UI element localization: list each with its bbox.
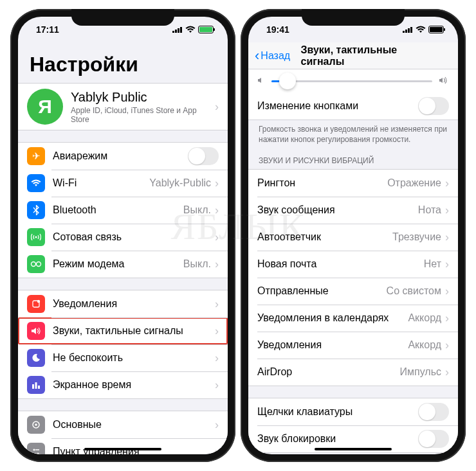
row-new-mail[interactable]: Новая почтаНет› bbox=[248, 251, 458, 278]
row-label: Bluetooth bbox=[53, 204, 183, 216]
row-airplane[interactable]: ✈ Авиарежим bbox=[18, 143, 228, 170]
row-airdrop[interactable]: AirDropИмпульс› bbox=[248, 359, 458, 386]
chevron-icon: › bbox=[445, 339, 449, 352]
phone-right: 19:41 ‹ Назад Звуки, тактильные сигналы bbox=[241, 9, 466, 462]
row-label: Уведомления bbox=[257, 339, 408, 351]
row-calendar[interactable]: Уведомления в календаряхАккорд› bbox=[248, 305, 458, 332]
keyboard-clicks-toggle[interactable] bbox=[418, 403, 449, 421]
change-with-buttons-toggle[interactable] bbox=[418, 97, 449, 115]
volume-low-icon bbox=[257, 76, 265, 86]
lock-sound-toggle[interactable] bbox=[418, 430, 449, 448]
row-hotspot[interactable]: Режим модема Выкл. › bbox=[18, 251, 228, 278]
back-button[interactable]: ‹ Назад bbox=[255, 49, 290, 63]
svg-rect-3 bbox=[180, 27, 182, 33]
row-notifications[interactable]: Уведомления › bbox=[18, 290, 228, 317]
row-label: Новая почта bbox=[257, 258, 424, 270]
svg-rect-0 bbox=[172, 31, 174, 33]
row-value: Выкл. bbox=[183, 204, 211, 216]
row-label: Авиарежим bbox=[53, 150, 188, 162]
row-text-tone[interactable]: Звук сообщенияНота› bbox=[248, 197, 458, 224]
chevron-icon: › bbox=[445, 312, 449, 325]
home-indicator[interactable] bbox=[315, 448, 392, 450]
row-screentime[interactable]: Экранное время › bbox=[18, 371, 228, 398]
section-footer: Громкость звонка и уведомлений не изменя… bbox=[248, 120, 458, 145]
airplane-toggle[interactable] bbox=[188, 147, 219, 165]
row-wifi[interactable]: Wi-Fi Yablyk-Public › bbox=[18, 170, 228, 197]
wifi-settings-icon bbox=[27, 174, 45, 192]
cellular-icon bbox=[27, 228, 45, 246]
status-time: 19:41 bbox=[266, 24, 289, 35]
chevron-icon: › bbox=[215, 378, 219, 392]
chevron-icon: › bbox=[215, 258, 219, 271]
chevron-left-icon: ‹ bbox=[255, 49, 259, 63]
row-bluetooth[interactable]: Bluetooth Выкл. › bbox=[18, 197, 228, 224]
signal-icon bbox=[403, 26, 413, 33]
chevron-icon: › bbox=[215, 298, 219, 311]
chevron-icon: › bbox=[445, 285, 449, 298]
row-label: Звуки, тактильные сигналы bbox=[53, 325, 215, 337]
row-value: Нота bbox=[418, 204, 441, 216]
row-value: Аккорд bbox=[408, 312, 441, 324]
screentime-icon bbox=[27, 376, 45, 394]
back-label: Назад bbox=[261, 50, 290, 62]
svg-point-13 bbox=[35, 423, 37, 426]
nav-title: Звуки, тактильные сигналы bbox=[301, 44, 406, 67]
row-value: Нет bbox=[424, 258, 441, 270]
row-label: Режим модема bbox=[53, 258, 183, 270]
profile-name: Yablyk Public bbox=[71, 90, 215, 105]
row-label: Не беспокоить bbox=[53, 352, 215, 364]
row-dnd[interactable]: Не беспокоить › bbox=[18, 344, 228, 371]
apple-id-row[interactable]: Я Yablyk Public Apple ID, iCloud, iTunes… bbox=[18, 84, 228, 130]
svg-rect-23 bbox=[410, 27, 412, 33]
volume-slider[interactable] bbox=[271, 80, 432, 82]
chevron-icon: › bbox=[215, 177, 219, 190]
avatar: Я bbox=[27, 89, 63, 125]
row-control-center[interactable]: Пункт управления › bbox=[18, 438, 228, 454]
row-label: AirDrop bbox=[257, 366, 400, 378]
svg-point-6 bbox=[37, 262, 41, 267]
svg-rect-11 bbox=[38, 386, 40, 389]
bluetooth-icon bbox=[27, 201, 45, 219]
row-label: Основные bbox=[53, 419, 215, 431]
chevron-icon: › bbox=[215, 231, 219, 244]
row-value: Трезвучие bbox=[392, 231, 441, 243]
svg-rect-10 bbox=[35, 382, 37, 389]
svg-point-8 bbox=[37, 300, 40, 303]
chevron-icon: › bbox=[445, 177, 449, 190]
row-label: Звук блокировки bbox=[257, 433, 418, 445]
row-label: Звук сообщения bbox=[257, 204, 418, 216]
row-voicemail[interactable]: АвтоответчикТрезвучие› bbox=[248, 224, 458, 251]
row-keyboard-clicks[interactable]: Щелчки клавиатуры bbox=[248, 398, 458, 425]
svg-point-4 bbox=[35, 236, 37, 238]
battery-icon bbox=[198, 26, 214, 33]
row-reminders[interactable]: УведомленияАккорд› bbox=[248, 332, 458, 359]
row-label: Уведомления bbox=[53, 298, 215, 310]
chevron-icon: › bbox=[445, 366, 449, 379]
row-label: Сотовая связь bbox=[53, 231, 215, 243]
svg-rect-2 bbox=[178, 28, 179, 33]
svg-rect-20 bbox=[403, 31, 405, 33]
phone-left: 17:11 Настройки Я Yablyk Public Apple ID… bbox=[10, 9, 235, 462]
battery-icon bbox=[428, 26, 444, 33]
volume-slider-row bbox=[248, 69, 458, 93]
signal-icon bbox=[172, 26, 183, 33]
row-sounds-haptics[interactable]: Звуки, тактильные сигналы › bbox=[18, 317, 228, 344]
svg-rect-22 bbox=[408, 28, 410, 33]
row-sent-mail[interactable]: ОтправленныеСо свистом› bbox=[248, 278, 458, 305]
row-value: Со свистом bbox=[387, 285, 441, 297]
row-label: Автоответчик bbox=[257, 231, 392, 243]
row-general[interactable]: Основные › bbox=[18, 411, 228, 438]
chevron-icon: › bbox=[215, 204, 219, 217]
row-ringtone[interactable]: РингтонОтражение› bbox=[248, 170, 458, 197]
notifications-icon bbox=[27, 295, 45, 313]
row-change-with-buttons[interactable]: Изменение кнопками bbox=[248, 93, 458, 120]
airplane-icon: ✈ bbox=[27, 147, 45, 165]
svg-rect-9 bbox=[32, 384, 34, 389]
home-indicator[interactable] bbox=[84, 448, 161, 450]
dnd-icon bbox=[27, 349, 45, 367]
notch bbox=[71, 9, 174, 26]
svg-rect-1 bbox=[175, 30, 177, 33]
row-value: Выкл. bbox=[183, 258, 211, 270]
row-label: Щелчки клавиатуры bbox=[257, 406, 418, 418]
row-cellular[interactable]: Сотовая связь › bbox=[18, 224, 228, 251]
